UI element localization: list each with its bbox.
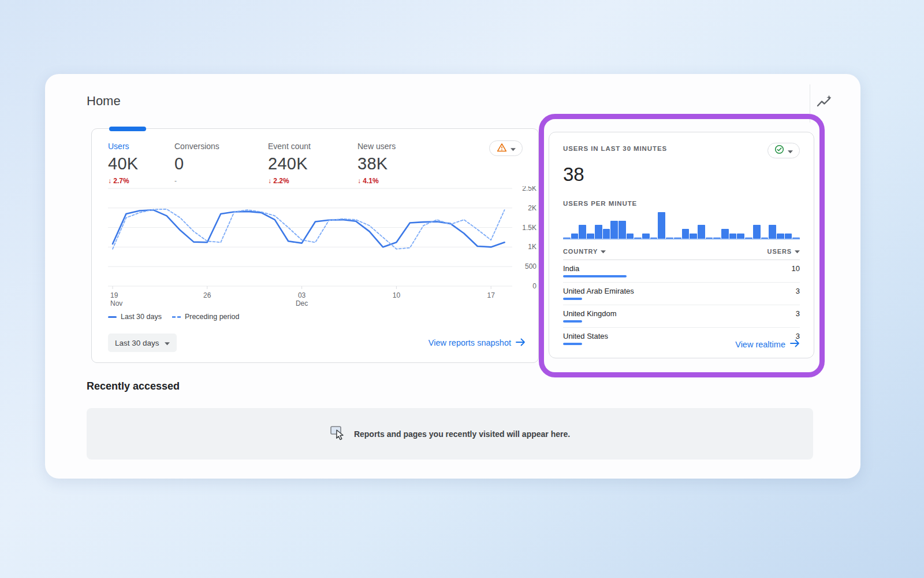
per-minute-bar: [761, 238, 769, 239]
country-row[interactable]: United Kingdom3: [563, 305, 800, 328]
per-minute-bar: [619, 221, 626, 239]
per-minute-bar: [627, 234, 634, 239]
country-users-bar: [563, 343, 582, 345]
svg-text:1.5K: 1.5K: [522, 224, 536, 232]
sort-arrow-icon: [795, 248, 800, 255]
country-table-header: COUNTRY USERS: [563, 248, 800, 260]
per-minute-bar: [792, 238, 800, 239]
data-quality-button[interactable]: [489, 140, 523, 156]
metric-label: Conversions: [174, 142, 268, 151]
metrics-row: Users40K↓ 2.7%Conversions0-Event count24…: [108, 142, 522, 185]
realtime-title: USERS IN LAST 30 MINUTES: [563, 145, 667, 152]
date-range-button[interactable]: Last 30 days: [108, 334, 177, 352]
page-title: Home: [87, 94, 121, 109]
svg-text:17: 17: [487, 291, 495, 299]
analytics-home-window: Home Users40K↓ 2.7%Conversions0-Event co…: [45, 74, 860, 479]
country-column-header[interactable]: COUNTRY: [563, 248, 606, 255]
per-minute-bar: [579, 225, 586, 239]
per-minute-bar: [777, 234, 784, 239]
chevron-down-icon: [511, 143, 516, 154]
view-realtime-link[interactable]: View realtime: [735, 339, 800, 349]
per-minute-bar: [682, 229, 690, 239]
overview-card: Users40K↓ 2.7%Conversions0-Event count24…: [91, 128, 539, 363]
legend-preceding-label: Preceding period: [185, 313, 240, 321]
country-users-bar: [563, 275, 627, 277]
country-name: United Kingdom: [563, 309, 800, 318]
metric-value: 240K: [268, 154, 357, 173]
metric-event-count[interactable]: Event count240K↓ 2.2%: [268, 142, 357, 185]
svg-text:03: 03: [298, 291, 306, 299]
per-minute-bar: [729, 234, 737, 239]
svg-text:2.5K: 2.5K: [522, 186, 536, 192]
country-users-value: 3: [796, 287, 800, 295]
users-per-minute-title: USERS PER MINUTE: [563, 200, 800, 207]
legend-preceding-period: Preceding period: [172, 313, 240, 321]
per-minute-bar: [690, 234, 697, 239]
svg-text:19: 19: [110, 291, 118, 299]
metric-label: Event count: [268, 142, 357, 151]
metric-label: New users: [357, 142, 396, 151]
view-reports-snapshot-link[interactable]: View reports snapshot: [429, 338, 526, 348]
recently-accessed-message: Reports and pages you recently visited w…: [354, 429, 570, 439]
svg-text:Nov: Nov: [110, 299, 122, 307]
per-minute-bar: [737, 234, 744, 239]
svg-text:1K: 1K: [528, 243, 536, 251]
realtime-card: USERS IN LAST 30 MINUTES 38 USERS PER MI…: [549, 132, 814, 358]
solid-line-swatch: [108, 316, 117, 318]
country-table-rows: India10United Arab Emirates3United Kingd…: [563, 260, 800, 350]
recently-accessed-empty-state: Reports and pages you recently visited w…: [87, 408, 813, 460]
svg-text:2K: 2K: [528, 204, 536, 212]
per-minute-bar: [713, 238, 721, 239]
realtime-status-button[interactable]: [767, 143, 800, 158]
per-minute-bar: [603, 229, 610, 239]
insights-sparkline-icon: [816, 102, 832, 111]
per-minute-bar: [785, 234, 792, 239]
per-minute-bar: [642, 234, 650, 239]
chart-legend: Last 30 days Preceding period: [108, 313, 239, 321]
sort-arrow-icon: [601, 248, 606, 255]
chevron-down-icon: [165, 339, 170, 347]
view-realtime-label: View realtime: [735, 340, 785, 349]
per-minute-bar: [721, 229, 729, 239]
per-minute-bar: [571, 234, 579, 239]
view-reports-snapshot-label: View reports snapshot: [429, 338, 511, 347]
users-column-header[interactable]: USERS: [767, 248, 800, 255]
country-name: United Arab Emirates: [563, 287, 800, 295]
country-users-bar: [563, 298, 582, 300]
metric-conversions[interactable]: Conversions0-: [174, 142, 268, 185]
chevron-down-icon: [788, 146, 793, 156]
dashed-line-swatch: [172, 316, 181, 318]
cursor-click-icon: [330, 424, 347, 444]
country-row[interactable]: India10: [563, 260, 800, 283]
per-minute-bar: [634, 238, 642, 239]
per-minute-bar: [587, 234, 594, 239]
users-line-chart: 2.5K2K1.5K1K500019Nov2603Dec1017: [108, 186, 539, 312]
metric-new-users[interactable]: New users38K↓ 4.1%: [357, 142, 396, 185]
country-row[interactable]: United Arab Emirates3: [563, 283, 800, 305]
country-name: India: [563, 264, 800, 273]
per-minute-bar: [595, 225, 602, 239]
insights-button[interactable]: [814, 94, 834, 111]
metric-users[interactable]: Users40K↓ 2.7%: [108, 142, 174, 185]
country-users-value: 10: [792, 264, 800, 273]
country-table: COUNTRY USERS India10United Arab Emirate…: [563, 248, 800, 350]
metric-value: 40K: [108, 154, 174, 173]
svg-text:26: 26: [203, 291, 211, 299]
realtime-header: USERS IN LAST 30 MINUTES: [563, 145, 800, 158]
country-users-bar: [563, 320, 582, 323]
per-minute-bar: [745, 238, 752, 239]
metric-label: Users: [108, 142, 174, 151]
svg-text:Dec: Dec: [296, 299, 308, 307]
per-minute-bar: [650, 238, 658, 239]
date-range-label: Last 30 days: [115, 339, 159, 347]
country-users-value: 3: [796, 309, 800, 318]
per-minute-bar: [666, 238, 673, 239]
warning-triangle-icon: [497, 143, 507, 154]
svg-text:10: 10: [393, 291, 401, 299]
svg-text:500: 500: [525, 262, 536, 271]
per-minute-bar: [563, 238, 571, 239]
country-column-label: COUNTRY: [563, 248, 598, 255]
active-tab-indicator: [109, 127, 146, 131]
metric-delta: ↓ 4.1%: [357, 177, 396, 185]
metric-delta: -: [174, 177, 268, 185]
